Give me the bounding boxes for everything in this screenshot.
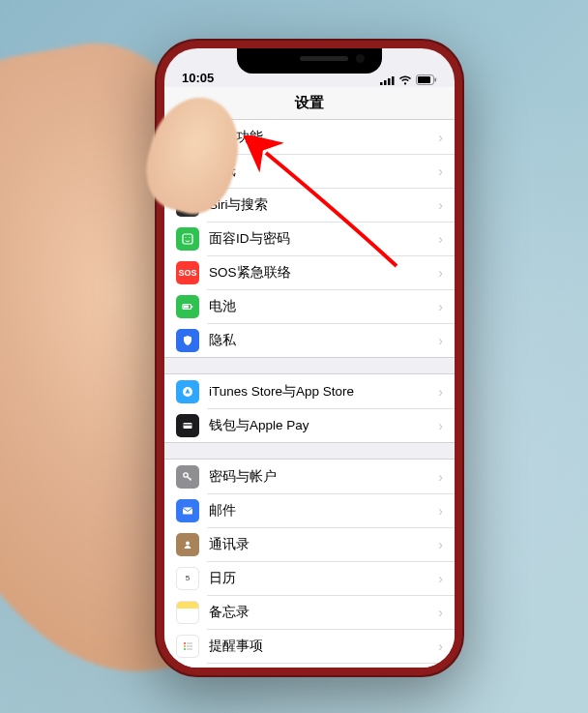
row-label: 密码与帐户 [209,468,438,486]
svg-rect-27 [187,645,192,646]
svg-rect-1 [384,80,387,85]
row-wallet-applepay[interactable]: 钱包与Apple Pay › [164,408,455,442]
chevron-right-icon: › [438,605,443,620]
status-time: 10:05 [182,71,214,85]
row-label: 隐私 [209,332,438,349]
chevron-right-icon: › [438,299,443,314]
row-label: Siri与搜索 [209,196,438,214]
row-passwords-accounts[interactable]: 密码与帐户 › [164,460,455,493]
row-label: 面容ID与密码 [209,230,438,248]
row-mail[interactable]: 邮件 › [164,493,455,527]
svg-rect-17 [184,423,192,429]
notes-icon [176,601,199,624]
cellular-signal-icon [380,75,395,85]
svg-point-25 [184,648,186,650]
chevron-right-icon: › [438,197,443,213]
row-label: 邮件 [209,502,438,520]
svg-rect-10 [183,234,192,244]
privacy-icon [176,329,199,352]
chevron-right-icon: › [438,469,443,485]
wallet-icon [176,414,199,437]
svg-rect-28 [187,648,192,649]
faceid-icon [176,227,199,251]
chevron-right-icon: › [438,537,443,552]
row-contacts[interactable]: 通讯录 › [164,527,455,561]
chevron-right-icon: › [438,384,443,400]
row-label: SOS紧急联络 [209,264,438,282]
chevron-right-icon: › [438,639,443,654]
row-sos[interactable]: SOS SOS紧急联络 › [164,255,455,289]
settings-group-2: iTunes Store与App Store › 钱包与Apple Pay › [164,373,455,443]
row-calendar[interactable]: 5 日历 › [164,561,455,595]
battery-icon [416,74,437,85]
svg-rect-15 [184,305,189,308]
wifi-icon [398,75,412,85]
chevron-right-icon: › [438,265,443,281]
row-privacy[interactable]: 隐私 › [164,323,455,357]
row-reminders[interactable]: 提醒事项 › [164,629,455,663]
contacts-icon [176,533,199,556]
row-itunes-appstore[interactable]: iTunes Store与App Store › [164,374,455,408]
status-indicators [380,74,437,85]
row-label: 提醒事项 [209,638,438,655]
chevron-right-icon: › [438,571,443,586]
chevron-right-icon: › [438,130,443,145]
row-label: 钱包与Apple Pay [209,417,438,434]
reminders-icon [176,635,199,658]
svg-rect-5 [418,76,430,83]
svg-point-24 [184,645,186,647]
svg-text:5: 5 [186,574,191,582]
calendar-icon: 5 [176,567,199,590]
svg-point-23 [184,642,186,644]
row-battery[interactable]: 电池 › [164,289,455,323]
svg-rect-14 [191,306,192,308]
mail-icon [176,499,199,522]
svg-rect-6 [435,78,437,82]
settings-group-3: 密码与帐户 › 邮件 › 通讯录 › [164,459,455,668]
notch [237,48,382,74]
row-label: iTunes Store与App Store [209,383,438,401]
chevron-right-icon: › [438,333,443,348]
battery-settings-icon [176,295,199,318]
row-notes[interactable]: 备忘录 › [164,595,455,629]
svg-rect-0 [380,82,383,85]
chevron-right-icon: › [438,503,443,519]
svg-rect-26 [187,642,192,643]
row-label: 备忘录 [209,604,438,621]
svg-rect-18 [184,424,192,425]
chevron-right-icon: › [438,231,443,247]
key-icon [176,465,199,489]
appstore-icon [176,380,199,403]
svg-point-11 [185,236,186,237]
svg-rect-2 [388,78,391,85]
row-faceid-passcode[interactable]: 面容ID与密码 › [164,222,455,255]
sos-icon: SOS [176,261,199,284]
row-label: 通讯录 [209,536,438,553]
row-voice-memos[interactable]: 语音备忘录 › [164,663,455,668]
row-label: 日历 [209,570,438,587]
row-label: 辅助功能 [209,129,438,146]
chevron-right-icon: › [438,418,443,433]
row-label: 电池 [209,298,438,315]
chevron-right-icon: › [438,163,443,179]
page-title: 设置 [295,94,324,112]
sos-text: SOS [178,268,196,278]
svg-point-21 [186,541,190,545]
row-label: 墙纸 [209,163,438,180]
svg-rect-3 [392,76,395,85]
svg-point-12 [189,236,190,237]
